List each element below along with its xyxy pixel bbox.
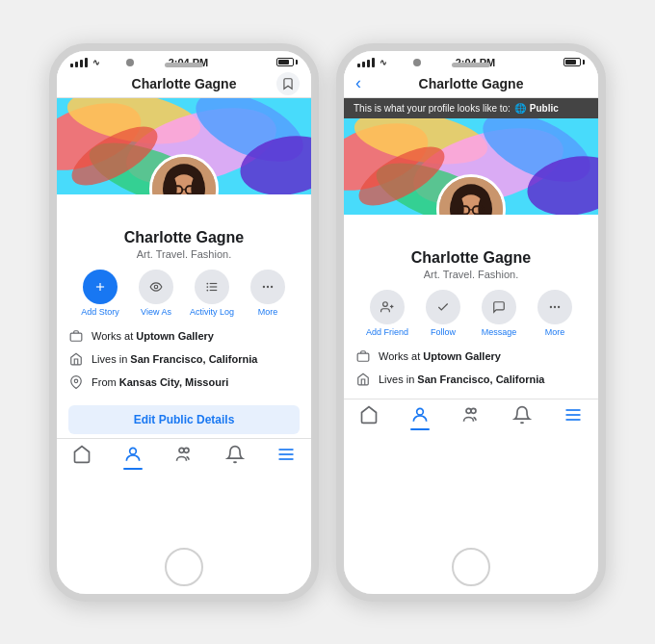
activity-log-label: Activity Log bbox=[190, 307, 234, 317]
tab-notifications-right[interactable] bbox=[512, 405, 532, 425]
more-icon-right bbox=[537, 290, 572, 324]
tab-profile-right[interactable] bbox=[410, 405, 430, 425]
public-banner: This is what your profile looks like to:… bbox=[344, 98, 598, 118]
more-btn-right[interactable]: More bbox=[531, 290, 579, 337]
activity-log-btn[interactable]: Activity Log bbox=[188, 270, 236, 317]
signal-bar-r4 bbox=[372, 58, 375, 67]
profile-bio-right: Art. Travel. Fashion. bbox=[355, 269, 587, 280]
signal-bar-r1 bbox=[357, 64, 360, 67]
profile-avatar-wrap-right bbox=[436, 174, 506, 215]
svg-point-30 bbox=[74, 379, 78, 383]
signal-bar-2 bbox=[75, 62, 78, 67]
nav-title-left: Charlotte Gagne bbox=[132, 76, 237, 91]
svg-point-58 bbox=[554, 305, 556, 307]
follow-label: Follow bbox=[431, 327, 456, 337]
add-story-btn[interactable]: Add Story bbox=[76, 270, 124, 317]
phone-camera-left bbox=[126, 59, 134, 66]
profile-info-right: Charlotte Gagne Art. Travel. Fashion. bbox=[344, 249, 598, 280]
info-section-right: Works at Uptown Gallery Lives in San Fra… bbox=[344, 337, 598, 399]
phone-speaker-left bbox=[165, 63, 203, 67]
tab-home-left[interactable] bbox=[72, 445, 92, 464]
tab-menu-left[interactable] bbox=[276, 445, 296, 464]
info-home-text-left: Lives in San Francisco, California bbox=[92, 353, 257, 365]
battery-left bbox=[276, 58, 298, 66]
phone-left: ∿ 2:04 PM Charlotte Gagne bbox=[49, 43, 319, 602]
profile-info-left: Charlotte Gagne Art. Travel. Fashion. bbox=[57, 229, 311, 260]
info-from-left: From Kansas City, Missouri bbox=[68, 371, 300, 394]
battery-body-left bbox=[276, 58, 294, 66]
add-friend-label: Add Friend bbox=[366, 327, 408, 337]
home-button-right[interactable] bbox=[452, 548, 490, 586]
work-icon-left bbox=[68, 328, 84, 344]
tab-groups-left[interactable] bbox=[174, 445, 194, 464]
info-home-text-right: Lives in San Francisco, California bbox=[379, 374, 544, 385]
tab-menu-right[interactable] bbox=[563, 405, 583, 425]
phone-right: ∿ 2:04 PM ‹ Charlotte Gagne This is what… bbox=[336, 43, 606, 602]
svg-point-28 bbox=[271, 285, 273, 287]
svg-point-19 bbox=[154, 285, 158, 289]
svg-point-31 bbox=[130, 448, 137, 454]
message-label: Message bbox=[482, 327, 517, 337]
nav-title-right: Charlotte Gagne bbox=[419, 76, 524, 91]
tab-groups-right[interactable] bbox=[461, 405, 481, 425]
add-story-label: Add Story bbox=[81, 307, 119, 317]
battery-right bbox=[563, 58, 585, 66]
message-icon bbox=[482, 290, 516, 324]
bookmark-icon-left[interactable] bbox=[276, 72, 300, 95]
phone-speaker-right bbox=[452, 63, 490, 67]
avatar-svg-left bbox=[152, 157, 216, 194]
view-as-label: View As bbox=[141, 307, 171, 317]
message-btn[interactable]: Message bbox=[475, 290, 523, 337]
more-btn-left[interactable]: More bbox=[244, 270, 292, 317]
action-buttons-right: Add Friend Follow bbox=[344, 290, 598, 337]
tab-bar-right bbox=[344, 399, 598, 428]
svg-rect-60 bbox=[357, 353, 369, 361]
battery-body-right bbox=[563, 58, 581, 66]
screen-content-left: Charlotte Gagne bbox=[57, 70, 311, 594]
info-work-text-left: Works at Uptown Gallery bbox=[92, 330, 214, 342]
home-icon-left bbox=[68, 351, 84, 367]
profile-avatar-wrap-left bbox=[149, 154, 219, 194]
cover-photo-left bbox=[57, 98, 311, 194]
info-work-right: Works at Uptown Gallery bbox=[355, 345, 587, 368]
signal-right: ∿ bbox=[357, 58, 387, 67]
view-as-icon bbox=[139, 270, 173, 304]
profile-name-right: Charlotte Gagne bbox=[355, 249, 587, 267]
tab-bar-left bbox=[57, 438, 311, 468]
wifi-icon-right: ∿ bbox=[380, 58, 387, 67]
profile-bio-left: Art. Travel. Fashion. bbox=[68, 248, 300, 260]
view-as-btn[interactable]: View As bbox=[132, 270, 180, 317]
follow-btn[interactable]: Follow bbox=[419, 290, 467, 337]
signal-bar-r2 bbox=[362, 62, 365, 67]
info-home-left: Lives in San Francisco, California bbox=[68, 348, 300, 371]
info-from-text-left: From Kansas City, Missouri bbox=[92, 376, 228, 388]
svg-point-26 bbox=[263, 285, 265, 287]
add-story-icon bbox=[83, 270, 118, 304]
svg-point-27 bbox=[267, 285, 269, 287]
tab-profile-left[interactable] bbox=[123, 445, 143, 464]
battery-tip-right bbox=[583, 60, 585, 64]
add-friend-btn[interactable]: Add Friend bbox=[363, 290, 411, 337]
tab-home-right[interactable] bbox=[359, 405, 379, 425]
add-friend-icon bbox=[370, 290, 405, 324]
svg-point-63 bbox=[471, 408, 476, 413]
info-work-left: Works at Uptown Gallery bbox=[68, 324, 300, 348]
svg-point-61 bbox=[417, 408, 424, 415]
svg-rect-29 bbox=[70, 333, 82, 341]
info-home-right: Lives in San Francisco, California bbox=[355, 368, 587, 391]
back-button-right[interactable]: ‹ bbox=[355, 73, 361, 93]
more-label-right: More bbox=[545, 327, 565, 337]
signal-bar-3 bbox=[80, 60, 83, 67]
battery-tip-left bbox=[296, 60, 298, 64]
signal-bar-1 bbox=[70, 64, 73, 67]
signal-left: ∿ bbox=[70, 58, 100, 67]
profile-avatar-right bbox=[436, 174, 506, 215]
home-button-left[interactable] bbox=[165, 548, 203, 586]
globe-icon: 🌐 bbox=[514, 103, 526, 114]
banner-visibility: Public bbox=[530, 103, 559, 114]
activity-log-icon bbox=[195, 270, 229, 304]
wifi-icon: ∿ bbox=[92, 58, 100, 67]
edit-public-details-btn[interactable]: Edit Public Details bbox=[68, 405, 300, 434]
svg-point-57 bbox=[550, 305, 552, 307]
tab-notifications-left[interactable] bbox=[225, 445, 245, 464]
